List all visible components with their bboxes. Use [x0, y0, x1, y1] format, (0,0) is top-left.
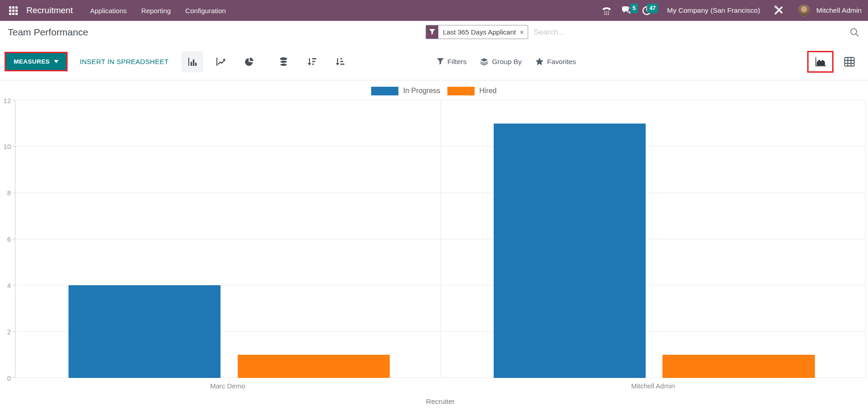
measures-annotation-box: MEASURES [5, 52, 68, 71]
magnifier-icon [849, 27, 859, 37]
layers-icon [480, 58, 488, 65]
line-chart-icon [216, 57, 226, 67]
group-by-label: Group By [492, 58, 521, 66]
filters-label: Filters [447, 58, 466, 66]
messages-button[interactable]: 5 [619, 3, 634, 18]
search-input[interactable] [528, 28, 848, 37]
top-navbar: Recruitment Applications Reporting Confi… [0, 0, 868, 21]
chart-plot: 024681012 [15, 100, 866, 378]
line-chart-type-button[interactable] [210, 51, 232, 72]
search-submit[interactable] [848, 27, 860, 37]
sort-ascending-button[interactable] [329, 51, 351, 72]
legend-swatch [447, 87, 475, 95]
y-tick-label: 10 [3, 143, 11, 150]
softphone-button[interactable] [599, 3, 614, 18]
user-avatar[interactable] [798, 5, 810, 16]
apps-grid-icon[interactable] [6, 4, 20, 17]
tools-icon [774, 5, 784, 15]
bar-chart-type-button[interactable] [181, 51, 203, 72]
filters-button[interactable]: Filters [437, 58, 466, 66]
facet-remove-button[interactable]: × [519, 25, 528, 39]
facet-filter-icon-box [426, 25, 438, 39]
y-tick-label: 6 [7, 235, 11, 243]
stacked-toggle-button[interactable] [273, 51, 294, 72]
filters-funnel-icon [437, 58, 444, 65]
pivot-table-icon [844, 57, 855, 67]
favorites-label: Favorites [547, 58, 576, 66]
menu-applications[interactable]: Applications [84, 3, 132, 18]
measures-button[interactable]: MEASURES [6, 53, 66, 70]
main-menu: Applications Reporting Configuration [84, 3, 231, 18]
legend-label: Hired [479, 87, 496, 95]
legend-item-hired[interactable]: Hired [447, 87, 496, 95]
star-icon [535, 58, 544, 65]
sort-amount-asc-icon [335, 57, 345, 67]
bar-mitchell-admin-hired[interactable] [662, 355, 814, 378]
chart-legend: In ProgressHired [0, 84, 868, 97]
pivot-view-button[interactable] [838, 53, 861, 71]
control-panel: MEASURES INSERT IN SPREADSHEET [0, 43, 868, 80]
funnel-icon [429, 29, 435, 35]
grid-icon [9, 6, 18, 15]
header-row: Team Performance Last 365 Days Applicant… [0, 21, 868, 43]
bar-mitchell-admin-in-progress[interactable] [494, 124, 646, 378]
bar-marc-demo-in-progress[interactable] [69, 285, 221, 378]
stack-database-icon [279, 57, 289, 67]
page-title: Team Performance [8, 27, 88, 38]
user-menu[interactable]: Mitchell Admin [816, 6, 862, 15]
phone-icon [602, 6, 612, 15]
sort-amount-desc-icon [307, 57, 317, 67]
group-by-button[interactable]: Group By [480, 58, 521, 66]
insert-in-spreadsheet-button[interactable]: INSERT IN SPREADSHEET [80, 58, 169, 65]
bar-chart-icon [187, 57, 197, 67]
caret-down-icon [54, 60, 59, 63]
legend-item-in-progress[interactable]: In Progress [371, 87, 440, 95]
messages-badge: 5 [630, 4, 638, 13]
x-category-label: Marc Demo [210, 382, 245, 390]
bar-marc-demo-hired[interactable] [238, 355, 390, 378]
sort-descending-button[interactable] [301, 51, 323, 72]
search-bar[interactable]: Last 365 Days Applicant × [426, 25, 860, 39]
menu-configuration[interactable]: Configuration [180, 3, 231, 18]
favorites-button[interactable]: Favorites [535, 58, 576, 66]
company-switcher[interactable]: My Company (San Francisco) [667, 6, 760, 15]
y-tick-label: 4 [7, 281, 11, 289]
debug-tools-button[interactable] [771, 3, 786, 18]
graph-view-annotation-box [807, 51, 834, 73]
measures-label: MEASURES [14, 58, 50, 65]
y-tick-label: 2 [7, 328, 11, 335]
view-switchers [807, 51, 861, 73]
category-divider [441, 100, 441, 378]
chart-type-switchers [181, 51, 351, 72]
legend-swatch [371, 87, 398, 95]
legend-label: In Progress [403, 87, 440, 95]
area-chart-icon [814, 56, 826, 67]
graph-view-button[interactable] [809, 52, 832, 71]
activities-button[interactable]: 47 [639, 3, 654, 18]
navbar-right: 5 47 My Company (San Francisco) Mitchell… [599, 3, 862, 18]
pie-chart-icon [244, 57, 254, 67]
y-tick-label: 12 [3, 96, 11, 104]
navbar-left: Recruitment Applications Reporting Confi… [6, 3, 231, 18]
x-category-label: Mitchell Admin [631, 382, 675, 390]
pie-chart-type-button[interactable] [238, 51, 260, 72]
activities-badge: 47 [647, 4, 658, 13]
y-tick-label: 8 [7, 189, 11, 197]
y-tick-label: 0 [7, 374, 11, 382]
menu-reporting[interactable]: Reporting [136, 3, 176, 18]
x-axis-labels: Marc DemoMitchell Admin [15, 378, 866, 391]
facet-label: Last 365 Days Applicant [438, 25, 519, 39]
graph-view: In ProgressHired 024681012 Marc DemoMitc… [0, 80, 868, 406]
search-facet: Last 365 Days Applicant × [426, 25, 528, 39]
search-options: Filters Group By Favorites [437, 58, 576, 66]
app-name[interactable]: Recruitment [26, 5, 73, 15]
x-axis-title: Recruiter [15, 391, 866, 406]
plot-wrap: 024681012 Marc DemoMitchell Admin Recrui… [0, 100, 868, 406]
